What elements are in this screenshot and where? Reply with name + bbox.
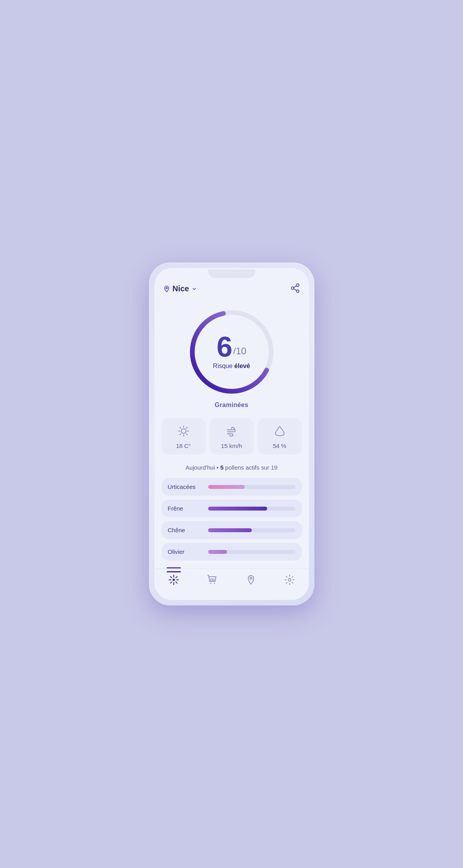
header: Nice — [162, 279, 302, 301]
gauge-center: 6/10 Risque élevé — [213, 333, 250, 370]
pollen-row: Olivier — [162, 543, 302, 561]
svg-point-27 — [214, 583, 215, 584]
pollen-nav-icon — [168, 574, 179, 588]
svg-line-15 — [186, 428, 187, 428]
svg-point-8 — [181, 429, 186, 433]
wind-icon — [226, 425, 238, 439]
gauge-wrap: 6/10 Risque élevé — [184, 305, 279, 399]
pollen-bar-fill — [208, 507, 268, 511]
svg-line-14 — [186, 434, 187, 435]
pollen-bar-fill — [208, 528, 252, 532]
svg-line-4 — [294, 289, 296, 291]
phone-frame: Nice — [149, 263, 314, 605]
pollen-bar-fill — [208, 550, 227, 554]
pollen-row: Frêne — [162, 500, 302, 517]
gauge-score: 6 — [217, 331, 232, 363]
temp-value: 18 C° — [176, 442, 191, 449]
share-button[interactable] — [290, 283, 300, 294]
pollen-bar-bg — [208, 528, 296, 532]
gauge-section: 6/10 Risque élevé Graminées — [162, 305, 302, 409]
pollen-name: Olivier — [168, 548, 203, 555]
pollen-bar-bg — [208, 507, 296, 511]
main-content: Nice — [154, 279, 309, 600]
weather-card-temp: 18 C° — [162, 418, 206, 455]
svg-line-23 — [176, 582, 177, 583]
settings-nav-icon — [284, 574, 295, 588]
share-icon — [290, 283, 300, 293]
shop-nav-icon — [207, 574, 218, 588]
svg-line-25 — [170, 582, 172, 583]
nav-item-map[interactable] — [240, 573, 262, 590]
svg-line-24 — [176, 577, 177, 578]
svg-point-28 — [250, 577, 252, 579]
humidity-value: 54 % — [273, 442, 286, 449]
nav-item-shop[interactable] — [201, 573, 223, 590]
map-nav-icon — [245, 574, 257, 588]
gauge-subtitle: Graminées — [215, 402, 248, 409]
location-name: Nice — [173, 284, 189, 293]
pollen-list: Urticacées Frêne Chêne Olivier — [162, 478, 302, 561]
svg-line-22 — [170, 577, 172, 578]
gauge-score-display: 6/10 — [213, 333, 250, 361]
pollen-name: Chêne — [168, 527, 203, 533]
svg-line-13 — [180, 428, 180, 428]
status-bar — [154, 268, 309, 279]
location-pin-icon — [163, 285, 170, 292]
weather-cards: 18 C° 15 km/h — [162, 418, 302, 455]
bottom-nav — [154, 568, 309, 600]
svg-point-29 — [288, 579, 291, 581]
weather-card-wind: 15 km/h — [210, 418, 254, 455]
pollen-bar-bg — [208, 485, 296, 489]
pollen-bar-bg — [208, 550, 296, 554]
pollen-row: Chêne — [162, 521, 302, 539]
pollen-summary: Aujourd'hui • 5 pollens actifs sur 19 — [162, 464, 302, 471]
phone-screen: Nice — [154, 268, 309, 600]
pollen-name: Frêne — [168, 505, 203, 512]
drop-icon — [274, 425, 285, 439]
gauge-denom: /10 — [233, 346, 246, 356]
nav-item-pollen[interactable] — [163, 573, 185, 590]
weather-card-humidity: 54 % — [258, 418, 302, 455]
svg-line-16 — [180, 434, 180, 435]
svg-point-26 — [210, 583, 211, 584]
gauge-risk-label: Risque élevé — [213, 363, 250, 370]
pollen-row: Urticacées — [162, 478, 302, 496]
wind-value: 15 km/h — [221, 442, 242, 449]
pollen-name: Urticacées — [168, 483, 203, 490]
svg-point-17 — [173, 579, 175, 581]
location-button[interactable]: Nice — [163, 284, 197, 293]
notch — [208, 269, 255, 278]
nav-item-settings[interactable] — [279, 573, 301, 590]
pollen-bar-fill — [208, 485, 245, 489]
sun-icon — [178, 425, 190, 439]
svg-point-0 — [166, 287, 167, 289]
svg-line-5 — [294, 286, 296, 287]
gauge-risk-level: élevé — [234, 363, 250, 369]
chevron-down-icon — [192, 286, 197, 292]
